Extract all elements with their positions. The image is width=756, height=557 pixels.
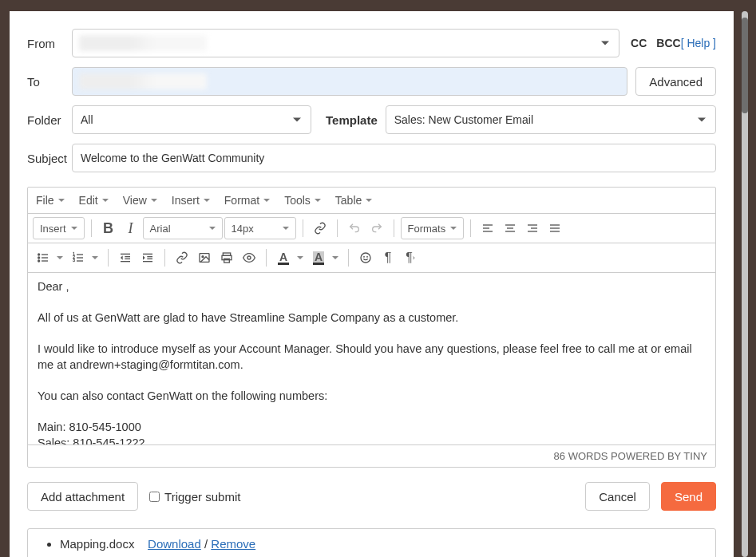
from-select[interactable] bbox=[72, 29, 619, 57]
svg-point-35 bbox=[202, 256, 204, 258]
menu-file[interactable]: File bbox=[36, 194, 65, 207]
undo-icon[interactable] bbox=[344, 217, 365, 239]
menu-edit[interactable]: Edit bbox=[79, 194, 109, 207]
trigger-submit-checkbox[interactable] bbox=[149, 492, 160, 502]
number-list-icon[interactable]: 123 bbox=[68, 247, 89, 269]
formats-dropdown[interactable]: Formats bbox=[401, 217, 465, 239]
emoji-icon[interactable] bbox=[355, 247, 376, 269]
menu-table[interactable]: Table bbox=[335, 194, 372, 207]
chevron-down-icon bbox=[601, 41, 609, 45]
italic-icon[interactable]: I bbox=[121, 217, 141, 239]
link-icon-2[interactable] bbox=[172, 247, 192, 269]
highlight-color-icon[interactable]: A bbox=[308, 247, 329, 269]
footer-row: Add attachment Trigger submit Cancel Sen… bbox=[27, 482, 716, 511]
attachment-list: Mapping.docx Download / Remove bbox=[27, 528, 716, 557]
cc-toggle[interactable]: CC bbox=[631, 37, 647, 49]
preview-icon[interactable] bbox=[239, 247, 259, 269]
template-select[interactable]: Sales: New Customer Email bbox=[386, 105, 716, 134]
template-value: Sales: New Customer Email bbox=[394, 113, 533, 126]
insert-dropdown[interactable]: Insert bbox=[33, 217, 85, 239]
image-icon[interactable] bbox=[194, 247, 215, 269]
svg-point-41 bbox=[364, 256, 365, 257]
editor-toolbar-1: Insert B I Arial 14px Formats bbox=[28, 214, 715, 243]
subject-row: Subject Welcome to the GenWatt Community bbox=[27, 144, 716, 172]
link-icon[interactable] bbox=[310, 217, 331, 239]
chevron-down-icon bbox=[698, 118, 706, 122]
bold-icon[interactable]: B bbox=[98, 217, 119, 239]
align-center-icon[interactable] bbox=[500, 217, 520, 239]
subject-label: Subject bbox=[27, 152, 72, 165]
trigger-submit-label: Trigger submit bbox=[164, 490, 240, 504]
editor-menubar: File Edit View Insert Format Tools Table bbox=[28, 188, 715, 214]
font-name-select[interactable]: Arial bbox=[143, 217, 223, 239]
trigger-submit-wrap[interactable]: Trigger submit bbox=[149, 490, 240, 504]
template-label: Template bbox=[326, 113, 378, 127]
editor-body[interactable]: Dear , All of us at GenWatt are glad to … bbox=[28, 273, 715, 444]
folder-template-row: Folder All Template Sales: New Customer … bbox=[27, 105, 716, 134]
align-right-icon[interactable] bbox=[522, 217, 543, 239]
to-row: To Advanced bbox=[27, 67, 716, 96]
attachment-filename: Mapping.docx bbox=[60, 537, 134, 551]
send-button[interactable]: Send bbox=[661, 482, 716, 511]
indent-icon[interactable] bbox=[137, 247, 158, 269]
editor-status-bar: 86 WORDS POWERED BY TINY bbox=[28, 444, 715, 467]
to-label: To bbox=[27, 75, 72, 89]
from-label: From bbox=[27, 37, 72, 50]
menu-format[interactable]: Format bbox=[224, 194, 270, 207]
print-icon[interactable] bbox=[216, 247, 237, 269]
to-value-redacted bbox=[79, 73, 207, 89]
attachment-remove-link[interactable]: Remove bbox=[211, 537, 255, 551]
ltr-icon[interactable]: ¶ bbox=[378, 247, 398, 269]
align-justify-icon[interactable] bbox=[544, 217, 565, 239]
bullet-list-icon[interactable] bbox=[33, 247, 53, 269]
font-size-select[interactable]: 14px bbox=[224, 217, 296, 239]
text-color-icon[interactable]: A bbox=[273, 247, 294, 269]
attachment-item: Mapping.docx Download / Remove bbox=[60, 537, 699, 551]
subject-value: Welcome to the GenWatt Community bbox=[81, 152, 264, 164]
to-input[interactable] bbox=[72, 67, 627, 96]
folder-select[interactable]: All bbox=[72, 105, 311, 134]
outdent-icon[interactable] bbox=[115, 247, 136, 269]
svg-text:3: 3 bbox=[73, 259, 75, 263]
menu-view[interactable]: View bbox=[123, 194, 157, 207]
chevron-down-icon bbox=[293, 118, 301, 122]
advanced-button[interactable]: Advanced bbox=[635, 67, 716, 96]
add-attachment-button[interactable]: Add attachment bbox=[27, 482, 138, 511]
help-link[interactable]: [ Help ] bbox=[681, 37, 716, 49]
svg-marker-33 bbox=[143, 255, 145, 259]
svg-point-40 bbox=[361, 253, 370, 263]
subject-input[interactable]: Welcome to the GenWatt Community bbox=[72, 144, 716, 172]
svg-point-12 bbox=[38, 254, 40, 255]
attachment-download-link[interactable]: Download bbox=[148, 537, 201, 551]
menu-tools[interactable]: Tools bbox=[284, 194, 321, 207]
align-left-icon[interactable] bbox=[477, 217, 498, 239]
redo-icon[interactable] bbox=[366, 217, 387, 239]
svg-marker-28 bbox=[121, 255, 123, 259]
folder-label: Folder bbox=[27, 113, 72, 127]
folder-value: All bbox=[81, 113, 93, 126]
from-row: From CC BCC [ Help ] bbox=[27, 29, 716, 57]
cancel-button[interactable]: Cancel bbox=[585, 482, 650, 511]
svg-point-39 bbox=[247, 256, 251, 259]
menu-insert[interactable]: Insert bbox=[172, 194, 210, 207]
svg-point-13 bbox=[38, 257, 40, 259]
from-value-redacted bbox=[79, 35, 207, 51]
svg-point-14 bbox=[38, 260, 40, 262]
editor-toolbar-2: 123 A A ¶ ¶› bbox=[28, 243, 715, 273]
rich-text-editor: File Edit View Insert Format Tools Table… bbox=[27, 187, 716, 468]
compose-modal: From CC BCC [ Help ] To Advanced Folder … bbox=[10, 11, 734, 557]
rtl-icon[interactable]: ¶› bbox=[400, 247, 421, 269]
svg-point-42 bbox=[367, 256, 368, 257]
bcc-toggle[interactable]: BCC bbox=[656, 37, 680, 49]
